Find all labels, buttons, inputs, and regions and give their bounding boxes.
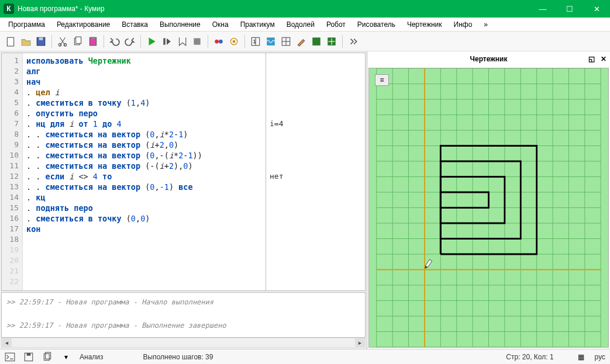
code-line[interactable]: алг: [26, 66, 262, 77]
menu-item-1[interactable]: Редактирование: [52, 19, 115, 30]
code-line[interactable]: . цел i: [26, 87, 262, 98]
svg-point-3: [58, 43, 61, 46]
open-file-icon[interactable]: [19, 34, 33, 48]
code-line[interactable]: кон: [26, 224, 262, 234]
code-line[interactable]: . сместиться в точку (0,0): [26, 213, 262, 224]
code-line[interactable]: . . сместиться на вектор (0,-(i*2-1)): [26, 150, 262, 161]
editor-side-annotations: i=4 нет: [266, 53, 365, 290]
chevrons-icon[interactable]: [346, 34, 360, 48]
code-line[interactable]: . поднять перо: [26, 203, 262, 213]
scroll-right-icon[interactable]: ►: [355, 338, 365, 347]
code-line[interactable]: . опустить перо: [26, 108, 262, 119]
statusbar: ▾ Анализ Выполнено шагов: 39 Стр: 20, Ко…: [0, 349, 610, 364]
save-status-icon[interactable]: [23, 352, 34, 362]
wave-icon[interactable]: [264, 34, 278, 48]
menu-item-11[interactable]: »: [479, 19, 492, 30]
code-line[interactable]: . . сместиться на вектор (0,i*2-1): [26, 129, 262, 140]
menu-item-10[interactable]: Инфо: [449, 19, 477, 30]
green-cross-icon[interactable]: [325, 34, 339, 48]
gutter-line: 7: [2, 119, 19, 129]
window-title: Новая программа* - Кумир: [18, 5, 529, 13]
close-button[interactable]: ✕: [583, 0, 610, 18]
gutter-line: 14: [2, 192, 19, 203]
gutter-line: 8: [2, 129, 19, 140]
close-panel-icon[interactable]: ✕: [601, 55, 606, 63]
cut-icon[interactable]: [56, 34, 70, 48]
toolbar: 1: [0, 32, 610, 51]
dock-icon[interactable]: ◱: [588, 55, 595, 63]
watch-icon[interactable]: [227, 34, 241, 48]
code-line[interactable]: . кц: [26, 192, 262, 203]
drawing-canvas[interactable]: ≡: [368, 68, 609, 348]
dropdown-status-icon[interactable]: ▾: [61, 352, 71, 362]
code-line[interactable]: . . сместиться на вектор (i+2,0): [26, 140, 262, 150]
save-file-icon[interactable]: [34, 34, 48, 48]
code-line[interactable]: . . сместиться на вектор (0,-1) все: [26, 182, 262, 192]
cursor-position: Стр: 20, Кол: 1: [506, 353, 553, 361]
gutter-line: 11: [2, 161, 19, 171]
side-annotation: [270, 182, 361, 192]
menu-item-7[interactable]: Робот: [322, 19, 350, 30]
scroll-left-icon[interactable]: ◄: [2, 338, 12, 347]
menu-item-6[interactable]: Водолей: [282, 19, 319, 30]
minimize-button[interactable]: —: [529, 0, 556, 18]
gutter-line: 2: [2, 66, 19, 77]
menu-item-4[interactable]: Окна: [208, 19, 233, 30]
side-annotation: [270, 234, 361, 245]
paste-icon[interactable]: [86, 34, 100, 48]
code-line[interactable]: использовать Чертежник: [26, 56, 262, 66]
grid4-icon[interactable]: [279, 34, 293, 48]
console-output[interactable]: >> 22:59:17 - Новая программа - Начало в…: [1, 292, 366, 338]
code-line[interactable]: . . если i <> 4 то: [26, 171, 262, 182]
editor[interactable]: 12345678910111213141516171819202122 испо…: [1, 53, 366, 291]
svg-rect-6: [76, 37, 81, 43]
menu-item-8[interactable]: Рисователь: [353, 19, 400, 30]
step-icon[interactable]: [160, 34, 174, 48]
brush-icon[interactable]: [294, 34, 308, 48]
stop-icon[interactable]: [190, 34, 204, 48]
code-area[interactable]: использовать Чертежникалгнач. цел i. сме…: [23, 53, 266, 290]
new-file-icon[interactable]: [4, 34, 18, 48]
menu-item-0[interactable]: Программа: [4, 19, 50, 30]
svg-point-11: [215, 39, 219, 43]
side-annotation: [270, 161, 361, 171]
layout-status-icon[interactable]: ▦: [576, 352, 587, 362]
code-line[interactable]: нач: [26, 77, 262, 87]
menu-item-3[interactable]: Выполнение: [155, 19, 205, 30]
side-annotation: [270, 203, 361, 213]
copy-icon[interactable]: [71, 34, 85, 48]
green-square-icon[interactable]: [309, 34, 323, 48]
gutter-line: 20: [2, 255, 19, 266]
undo-icon[interactable]: [108, 34, 122, 48]
gutter-line: 6: [2, 108, 19, 119]
code-line[interactable]: . . сместиться на вектор (-(i+2),0): [26, 161, 262, 171]
maximize-button[interactable]: ☐: [556, 0, 583, 18]
right-pane: Чертежник ◱ ✕ ≡: [367, 51, 610, 349]
redo-icon[interactable]: [123, 34, 137, 48]
step-into-icon[interactable]: [175, 34, 189, 48]
menu-item-9[interactable]: Чертежник: [402, 19, 447, 30]
gutter-line: 10: [2, 150, 19, 161]
copy-status-icon[interactable]: [42, 352, 53, 362]
side-annotation: [270, 140, 361, 150]
breakpoint-icon[interactable]: [212, 34, 226, 48]
svg-rect-2: [39, 37, 43, 40]
svg-rect-0: [7, 37, 13, 46]
side-annotation: i=4: [270, 119, 361, 129]
menu-item-2[interactable]: Вставка: [117, 19, 153, 30]
menu-item-5[interactable]: Практикум: [236, 19, 280, 30]
layout-icon[interactable]: 1: [249, 34, 263, 48]
svg-rect-8: [91, 37, 95, 39]
horizontal-scrollbar[interactable]: ◄ ►: [1, 338, 366, 348]
svg-rect-62: [425, 259, 432, 267]
terminal-icon[interactable]: [5, 352, 15, 362]
code-line[interactable]: . сместиться в точку (1,4): [26, 98, 262, 108]
run-icon[interactable]: [144, 34, 158, 48]
canvas-menu-icon[interactable]: ≡: [375, 74, 389, 86]
side-annotation: [270, 213, 361, 224]
svg-point-12: [219, 39, 223, 43]
gutter-line: 15: [2, 203, 19, 213]
code-line[interactable]: . нц для i от 1 до 4: [26, 119, 262, 129]
gutter-line: 19: [2, 245, 19, 255]
gutter-line: 9: [2, 140, 19, 150]
